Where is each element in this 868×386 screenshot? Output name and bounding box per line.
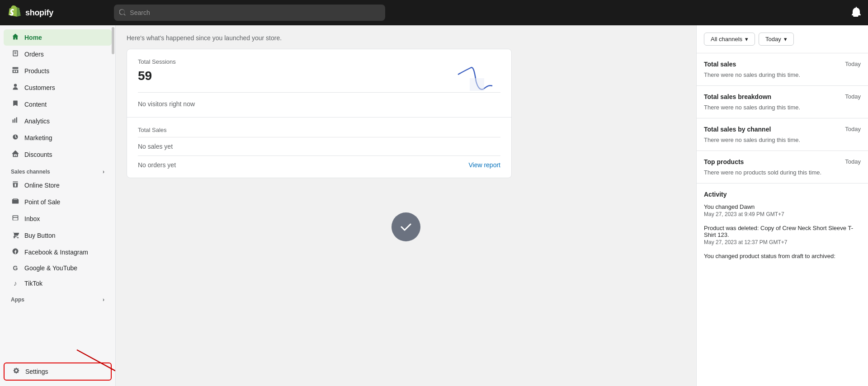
orders-row: No orders yet View report <box>138 161 500 169</box>
activity-item-0: You changed Dawn May 27, 2023 at 9:49 PM… <box>704 203 861 217</box>
rp-total-sales-header: Total sales Today <box>704 61 861 68</box>
sidebar-item-google-youtube[interactable]: G Google & YouTube <box>4 261 112 275</box>
discounts-icon <box>11 150 20 159</box>
logo-area: shopify <box>7 5 107 20</box>
sidebar-item-inbox-label: Inbox <box>24 215 40 222</box>
activity-item-0-title: You changed Dawn <box>704 203 861 210</box>
sidebar-item-home[interactable]: Home <box>4 29 112 46</box>
sidebar-item-tiktok-label: TikTok <box>24 280 42 287</box>
notification-bell-icon[interactable] <box>852 7 861 19</box>
sessions-chart <box>457 66 493 93</box>
right-panel: All channels ▾ Today ▾ Total sales Today… <box>696 25 868 386</box>
sidebar-item-point-of-sale-label: Point of Sale <box>24 198 60 206</box>
sidebar-item-settings-label: Settings <box>25 368 48 375</box>
rp-channel-body: There were no sales during this time. <box>704 137 861 143</box>
analytics-icon <box>11 117 20 126</box>
google-youtube-icon: G <box>11 264 20 272</box>
rp-total-sales-by-channel: Total sales by channel Today There were … <box>697 118 868 151</box>
orders-icon <box>11 50 20 59</box>
rp-breakdown-header: Total sales breakdown Today <box>704 93 861 100</box>
top-header: shopify <box>0 0 868 25</box>
total-sessions-section: Total Sessions 59 No visitors right now <box>127 49 511 118</box>
sidebar-item-inbox[interactable]: Inbox <box>4 211 112 227</box>
activity-item-1-date: May 27, 2023 at 12:37 PM GMT+7 <box>704 239 861 245</box>
sidebar-item-content-label: Content <box>24 101 47 108</box>
sidebar-item-marketing-label: Marketing <box>24 134 52 141</box>
facebook-instagram-icon <box>11 248 20 257</box>
rp-total-sales-title: Total sales <box>704 61 736 68</box>
search-bar[interactable] <box>114 5 385 21</box>
sidebar-item-analytics[interactable]: Analytics <box>4 113 112 129</box>
sidebar-nav: Home Orders Products Cu <box>0 25 115 361</box>
sidebar-item-facebook-instagram[interactable]: Facebook & Instagram <box>4 244 112 260</box>
sidebar-item-online-store-label: Online Store <box>24 182 60 189</box>
checkmark-icon <box>399 220 413 234</box>
channels-filter-label: All channels <box>711 36 742 42</box>
buy-button-icon <box>11 231 20 240</box>
sidebar-item-online-store[interactable]: Online Store <box>4 177 112 193</box>
rp-top-products-body: There were no products sold during this … <box>704 169 861 176</box>
shopify-wordmark: shopify <box>25 8 53 18</box>
sales-label: Total Sales <box>138 127 500 133</box>
sidebar: Home Orders Products Cu <box>0 25 116 386</box>
sidebar-item-facebook-instagram-label: Facebook & Instagram <box>24 249 88 256</box>
sales-channels-chevron-icon: › <box>103 169 104 175</box>
tiktok-icon: ♪ <box>11 279 20 287</box>
marketing-icon <box>11 133 20 142</box>
date-filter-button[interactable]: Today ▾ <box>759 33 794 46</box>
customers-icon <box>11 83 20 92</box>
activity-item-0-date: May 27, 2023 at 9:49 PM GMT+7 <box>704 211 861 217</box>
sidebar-item-products[interactable]: Products <box>4 63 112 79</box>
sidebar-item-products-label: Products <box>24 67 49 75</box>
activity-item-2: You changed product status from draft to… <box>704 253 861 259</box>
dashboard-card: Total Sessions 59 No visitors right now <box>127 49 512 178</box>
sidebar-item-customers[interactable]: Customers <box>4 80 112 96</box>
view-report-link[interactable]: View report <box>468 161 500 169</box>
sidebar-item-orders-label: Orders <box>24 51 44 58</box>
shopify-logo-icon <box>7 5 22 20</box>
sidebar-item-discounts[interactable]: Discounts <box>4 146 112 163</box>
sidebar-item-buy-button[interactable]: Buy Button <box>4 227 112 244</box>
intro-text: Here's what's happened since you launche… <box>127 34 512 42</box>
rp-total-sales-date: Today <box>845 61 861 68</box>
point-of-sale-icon <box>11 198 20 207</box>
online-store-icon <box>11 181 20 190</box>
rp-top-products: Top products Today There were no product… <box>697 151 868 184</box>
date-filter-chevron-icon: ▾ <box>784 36 787 42</box>
rp-total-sales-breakdown: Total sales breakdown Today There were n… <box>697 86 868 118</box>
sidebar-item-home-label: Home <box>24 34 42 41</box>
sessions-value: 59 <box>138 69 500 83</box>
rp-total-sales-body: There were no sales during this time. <box>704 71 861 78</box>
rp-breakdown-title: Total sales breakdown <box>704 93 771 100</box>
channels-filter-button[interactable]: All channels ▾ <box>704 33 755 46</box>
sessions-sub-text: No visitors right now <box>138 100 195 108</box>
home-icon <box>11 33 20 42</box>
rp-channel-header: Total sales by channel Today <box>704 126 861 133</box>
settings-box: Settings <box>4 362 112 381</box>
activity-item-1: Product was deleted: Copy of Crew Neck S… <box>704 225 861 245</box>
activity-section: Activity You changed Dawn May 27, 2023 a… <box>697 184 868 274</box>
sidebar-item-marketing[interactable]: Marketing <box>4 130 112 146</box>
apps-chevron-icon: › <box>103 297 104 303</box>
sidebar-item-settings[interactable]: Settings <box>5 363 111 380</box>
sidebar-item-customers-label: Customers <box>24 84 55 91</box>
no-orders-text: No orders yet <box>138 161 176 169</box>
activity-item-2-title: You changed product status from draft to… <box>704 253 861 259</box>
activity-title: Activity <box>704 191 861 198</box>
sidebar-item-buy-button-label: Buy Button <box>24 232 56 239</box>
main-layout: Home Orders Products Cu <box>0 25 868 386</box>
checkmark-overlay <box>392 212 420 241</box>
sales-channels-section-label[interactable]: Sales channels › <box>0 163 115 177</box>
sidebar-item-content[interactable]: Content <box>4 96 112 113</box>
search-icon <box>119 9 126 16</box>
apps-section-label[interactable]: Apps › <box>0 291 115 305</box>
sessions-label: Total Sessions <box>138 58 500 65</box>
svg-rect-3 <box>470 78 484 91</box>
sidebar-item-google-youtube-label: Google & YouTube <box>24 264 77 272</box>
sidebar-item-point-of-sale[interactable]: Point of Sale <box>4 194 112 210</box>
search-input[interactable] <box>130 9 380 16</box>
no-sales-text: No sales yet <box>138 143 500 150</box>
content-icon <box>11 100 20 109</box>
sidebar-item-tiktok[interactable]: ♪ TikTok <box>4 276 112 291</box>
sidebar-item-orders[interactable]: Orders <box>4 46 112 62</box>
